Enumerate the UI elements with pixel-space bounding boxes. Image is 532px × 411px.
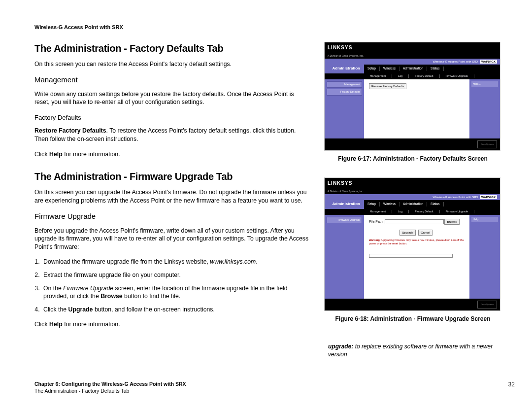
help-para-1: Click Help for more information. <box>34 150 310 159</box>
t: button to find the file. <box>123 293 181 300</box>
step-4: Click the Upgrade button, and follow the… <box>41 306 310 314</box>
figure-6-18: LINKSYS A Division of Cisco Systems, Inc… <box>324 177 501 323</box>
figure-6-17-caption: Figure 6-17: Administration - Factory De… <box>324 155 501 163</box>
intro-para-1: On this screen you can restore the Acces… <box>34 60 310 68</box>
cisco-logo: Cisco Systems <box>477 140 497 148</box>
t: Click the <box>43 306 68 313</box>
help-bold: Help <box>49 321 63 328</box>
firmware-upgrade-para: Before you upgrade the Access Point's fi… <box>34 227 310 251</box>
subtab-management[interactable]: Management <box>364 210 392 213</box>
restore-factory-defaults-button[interactable]: Restore Factory Defaults <box>369 83 406 89</box>
subtab-log[interactable]: Log <box>392 210 409 213</box>
restore-term: Restore Factory Defaults <box>34 127 106 134</box>
warn-text: Upgrading firmware may take a few minute… <box>369 239 464 245</box>
sub-tabs: Management Log Factory Default Firmware … <box>325 73 500 79</box>
help-post: for more information. <box>63 151 120 158</box>
page-footer: Chapter 6: Configuring the Wireless-G Ac… <box>34 380 515 394</box>
left-label-firmware-upgrade: Firmware Upgrade <box>327 217 362 223</box>
cisco-logo: Cisco Systems <box>477 301 497 308</box>
help-post: for more information. <box>63 321 120 328</box>
filepath-input[interactable] <box>385 219 444 224</box>
main-tabs: Setup Wireless Administration Status <box>364 65 500 73</box>
step-2: Extract the firmware upgrade file on you… <box>41 271 310 279</box>
linksys-url: www.linksys.com <box>210 258 256 265</box>
model-badge: WAP54GX <box>480 60 497 64</box>
help-bold: Help <box>49 151 63 158</box>
t: Download the firmware upgrade file from … <box>43 258 210 265</box>
srx-title: Wireless-G Access Point with SRX <box>433 196 478 199</box>
upgrade-warning: Warning: Upgrading firmware may take a f… <box>369 239 465 246</box>
brand-logo: LINKSYS <box>328 44 352 51</box>
brand-logo: LINKSYS <box>328 180 352 187</box>
main-tabs: Setup Wireless Administration Status <box>364 200 500 209</box>
main-column: The Administration - Factory Defaults Ta… <box>34 42 310 358</box>
model-badge: WAP54GX <box>480 195 497 199</box>
section-title-factory-defaults: The Administration - Factory Defaults Ta… <box>34 42 310 55</box>
t: button, and follow the on-screen instruc… <box>93 306 214 313</box>
srx-title: Wireless-G Access Point with SRX <box>433 60 478 63</box>
tab-setup[interactable]: Setup <box>364 67 380 71</box>
t: On the <box>43 285 63 292</box>
step-1: Download the firmware upgrade file from … <box>41 258 310 266</box>
browse-button[interactable]: Browse <box>444 219 459 225</box>
progress-bar <box>369 254 453 258</box>
filepath-label: File Path: <box>369 220 384 223</box>
tab-wireless[interactable]: Wireless <box>380 67 399 71</box>
management-para: Write down any custom settings before yo… <box>34 90 310 106</box>
help-link[interactable]: Help... <box>471 217 498 222</box>
tab-setup[interactable]: Setup <box>364 202 380 206</box>
tab-wireless[interactable]: Wireless <box>380 202 399 206</box>
left-label-factory-defaults: Factory Defaults <box>327 89 362 95</box>
screenshot-factory-defaults: LINKSYS A Division of Cisco Systems, Inc… <box>324 42 500 151</box>
brand-sub: A Division of Cisco Systems, Inc. <box>328 54 364 58</box>
cancel-button[interactable]: Cancel <box>418 230 432 236</box>
tab-status[interactable]: Status <box>427 202 443 206</box>
t: Browse <box>100 293 122 300</box>
figure-6-18-caption: Figure 6-18: Administration - Firmware U… <box>324 315 501 323</box>
step-3: On the Firmware Upgrade screen, enter th… <box>41 284 310 301</box>
help-link[interactable]: Help... <box>471 81 498 87</box>
subtab-factory-default[interactable]: Factory Default <box>409 74 439 78</box>
t: . <box>256 258 257 265</box>
side-column: LINKSYS A Division of Cisco Systems, Inc… <box>324 42 501 358</box>
help-pre: Click <box>34 321 49 328</box>
glossary-upgrade: upgrade: to replace existing software or… <box>324 342 501 358</box>
nav-label: Administration <box>325 66 364 71</box>
tab-administration[interactable]: Administration <box>399 67 427 71</box>
brand-sub: A Division of Cisco Systems, Inc. <box>328 190 364 193</box>
section-title-firmware-upgrade: The Administration - Firmware Upgrade Ta… <box>34 170 310 183</box>
tab-administration[interactable]: Administration <box>399 202 427 206</box>
footer-subtitle: The Administration - Factory Defaults Ta… <box>34 387 186 394</box>
left-label-management: Management <box>327 81 362 88</box>
help-para-2: Click Help for more information. <box>34 320 310 329</box>
t: Upgrade <box>68 306 93 313</box>
figure-6-17: LINKSYS A Division of Cisco Systems, Inc… <box>324 42 501 163</box>
warn-bold: Warning: <box>369 239 381 241</box>
help-pre: Click <box>34 151 49 158</box>
footer-chapter: Chapter 6: Configuring the Wireless-G Ac… <box>34 381 186 387</box>
subtab-log[interactable]: Log <box>392 74 409 78</box>
t: Firmware Upgrade <box>63 285 113 292</box>
sub-tabs: Management Log Factory Default Firmware … <box>325 209 500 215</box>
subhead-firmware-upgrade: Firmware Upgrade <box>34 211 310 221</box>
product-header: Wireless-G Access Point with SRX <box>34 24 515 31</box>
subtab-firmware-upgrade[interactable]: Firmware Upgrade <box>440 74 475 78</box>
subtab-firmware-upgrade[interactable]: Firmware Upgrade <box>440 210 475 213</box>
page-number: 32 <box>508 380 515 388</box>
screenshot-firmware-upgrade: LINKSYS A Division of Cisco Systems, Inc… <box>324 177 500 311</box>
upgrade-button[interactable]: Upgrade <box>399 230 416 236</box>
intro-para-2: On this screen you can upgrade the Acces… <box>34 188 310 205</box>
subtab-factory-default[interactable]: Factory Default <box>409 210 439 213</box>
gloss-def: to replace existing software or firmware… <box>328 343 493 358</box>
subtab-management[interactable]: Management <box>364 74 392 78</box>
factory-defaults-para: Restore Factory Defaults. To restore the… <box>34 127 310 143</box>
gloss-term: upgrade: <box>328 343 353 350</box>
nav-label: Administration <box>325 202 364 207</box>
subhead-factory-defaults: Factory Defaults <box>34 113 310 122</box>
subhead-management: Management <box>34 75 310 85</box>
tab-status[interactable]: Status <box>427 67 443 71</box>
upgrade-steps-list: Download the firmware upgrade file from … <box>41 258 310 313</box>
